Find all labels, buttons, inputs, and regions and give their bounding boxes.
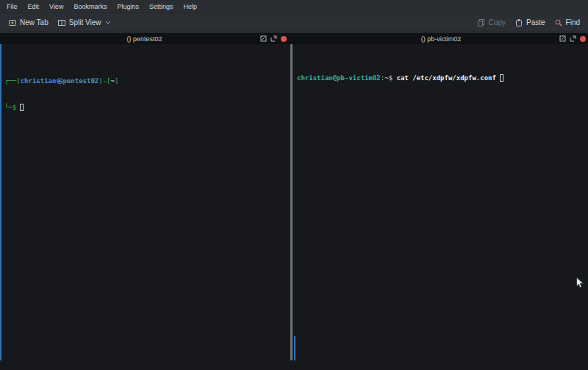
search-icon: [554, 18, 563, 27]
menubar: File Edit View Bookmarks Plugins Setting…: [0, 0, 588, 13]
close-split-button[interactable]: [281, 36, 287, 42]
right-split-pane: () pb-victim02 christian@pb-victim02:~$ …: [294, 33, 588, 370]
left-terminal[interactable]: ┌──(christian㉿pentest02)-[~] └─$: [0, 44, 289, 370]
menu-plugins[interactable]: Plugins: [112, 1, 144, 13]
maximize-split-icon[interactable]: [559, 35, 566, 42]
detach-tab-icon[interactable]: [570, 35, 576, 42]
copy-label: Copy: [489, 18, 506, 26]
menu-help[interactable]: Help: [178, 1, 202, 13]
left-scroll-indicator: [0, 44, 1, 360]
terminal-prompt-line2: └─$: [4, 103, 286, 112]
scrollbar-header-gap: [289, 33, 294, 44]
find-button[interactable]: Find: [550, 16, 584, 29]
find-label: Find: [566, 18, 580, 26]
right-header-icons: [559, 33, 586, 44]
left-pane-header[interactable]: () pentest02: [0, 33, 289, 44]
prompt-open: ┌──(: [4, 77, 21, 85]
terminal-command-line: christian@pb-victim02:~$ cat /etc/xdpfw/…: [297, 74, 585, 82]
right-pane-header[interactable]: () pb-victim02: [294, 33, 588, 44]
split-view-label: Split View: [69, 18, 101, 26]
prompt-user-host: christian@pb-victim02: [297, 74, 381, 82]
command-value: cat /etc/xdpfw/xdpfw.conf: [396, 74, 495, 82]
scrollbar-handle[interactable]: [290, 44, 293, 360]
menu-settings[interactable]: Settings: [144, 1, 179, 13]
toolbar: New Tab Split View Copy Paste: [0, 13, 588, 32]
prompt-dollar: └─$: [4, 104, 16, 111]
left-header-icons: [260, 33, 287, 44]
split-view-icon: [57, 18, 66, 27]
left-tab-title: () pentest02: [126, 35, 162, 43]
right-tab-title: () pb-victim02: [421, 35, 462, 43]
terminal-prompt-line1: ┌──(christian㉿pentest02)-[~]: [4, 77, 286, 85]
left-terminal-scrollbar[interactable]: [289, 33, 294, 370]
paste-button[interactable]: Paste: [510, 16, 550, 29]
terminal-app-window: File Edit View Bookmarks Plugins Setting…: [0, 0, 588, 370]
text-cursor: [500, 74, 503, 82]
menu-edit[interactable]: Edit: [23, 1, 45, 13]
menu-bookmarks[interactable]: Bookmarks: [68, 1, 112, 13]
detach-tab-icon[interactable]: [270, 35, 277, 42]
menu-view[interactable]: View: [44, 1, 68, 13]
scrollbar-track[interactable]: [289, 44, 294, 370]
split-view-button[interactable]: Split View: [53, 16, 116, 29]
right-terminal[interactable]: christian@pb-victim02:~$ cat /etc/xdpfw/…: [294, 44, 588, 370]
left-split-pane: () pentest02 ┌──(christian㉿pentest02)-[~…: [0, 33, 289, 370]
right-scroll-indicator: [294, 336, 295, 360]
maximize-split-icon[interactable]: [260, 35, 267, 42]
text-cursor: [20, 104, 24, 111]
menu-file[interactable]: File: [1, 1, 23, 13]
new-tab-label: New Tab: [20, 18, 49, 26]
prompt-user-host: christian㉿pentest02: [21, 77, 99, 85]
chevron-down-icon: [105, 21, 111, 24]
paste-label: Paste: [526, 18, 545, 26]
paste-icon: [514, 18, 523, 27]
split-view-container: () pentest02 ┌──(christian㉿pentest02)-[~…: [0, 33, 588, 370]
close-split-button[interactable]: [580, 36, 586, 42]
new-tab-icon: [8, 18, 17, 27]
prompt-close: ]: [115, 77, 118, 85]
new-tab-button[interactable]: New Tab: [4, 16, 53, 29]
copy-icon: [477, 18, 486, 27]
prompt-suffix: :~$: [381, 74, 392, 82]
prompt-mid: )-[: [98, 77, 110, 85]
copy-button[interactable]: Copy: [473, 16, 510, 29]
